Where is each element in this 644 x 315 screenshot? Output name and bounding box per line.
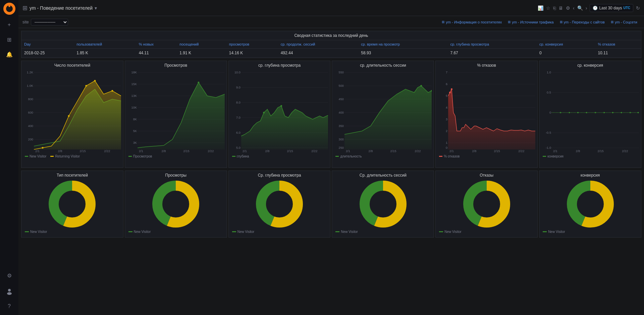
cell-session-dur: 492.44 xyxy=(278,49,359,58)
svg-text:1.0K: 1.0K xyxy=(27,84,33,87)
chart-session-dur-title: ср. длительность сессии xyxy=(334,63,432,68)
chart-visitors-title: Число посетителей xyxy=(23,63,121,68)
topbar-title-area: ⊞ ym - Поведение посетителей ▾ xyxy=(22,4,538,12)
svg-text:2/1: 2/1 xyxy=(449,149,454,153)
sidebar: + ⊞ 🔔 ⚙ ? xyxy=(0,0,18,315)
col-conversion[interactable]: ср. конверсия xyxy=(537,40,595,49)
title-dropdown-arrow[interactable]: ▾ xyxy=(95,5,97,11)
donut-visitor-type-legend: New Visitor xyxy=(23,229,121,234)
legend-prosmotr-color xyxy=(128,156,132,157)
svg-point-21 xyxy=(85,85,87,87)
legend-returning-visitor: Returning Visitor xyxy=(50,154,80,158)
legend-new-visitor-label: New Visitor xyxy=(30,154,46,158)
tab-social[interactable]: ⊞ ym - Соцсети xyxy=(608,19,640,25)
col-views[interactable]: просмотров xyxy=(226,40,278,49)
donut-views: Просмотры New Visitor xyxy=(125,171,227,238)
donut-depth: Ср. глубина просмотра New Visitor xyxy=(228,171,331,238)
col-users[interactable]: пользователей xyxy=(74,40,136,49)
svg-point-123 xyxy=(586,112,587,113)
donut-conversion-new-label: New Visitor xyxy=(548,230,565,234)
chart-conversion-title: ср. конверсия xyxy=(541,63,639,68)
sidebar-add-icon[interactable]: + xyxy=(3,19,15,31)
legend-prosmotr-label: Просмотров xyxy=(133,154,152,158)
svg-text:2: 2 xyxy=(446,129,447,133)
clock-icon: 🕐 xyxy=(593,6,598,10)
col-session-dur[interactable]: ср. продолж. сессий xyxy=(278,40,359,49)
donut-bounce-area xyxy=(438,179,535,229)
site-label: site xyxy=(22,20,29,24)
arrow-left-icon[interactable]: ‹ xyxy=(573,5,575,11)
table-row: 2018-02-25 1.85 K 44.11 1.91 K 14.16 K 4… xyxy=(21,49,641,58)
svg-point-125 xyxy=(603,112,605,113)
sidebar-user-icon[interactable] xyxy=(3,286,15,298)
tab-icon-1: ⊞ xyxy=(442,20,444,24)
col-depth[interactable]: ср. глубина просмотра xyxy=(447,40,537,49)
time-range-label: Last 30 days xyxy=(599,6,622,10)
grafana-logo[interactable] xyxy=(3,3,15,15)
donut-bounce-svg xyxy=(463,181,510,228)
star-icon[interactable]: ☆ xyxy=(546,5,550,11)
cell-pct-new: 44.11 xyxy=(136,49,177,58)
svg-point-126 xyxy=(612,112,613,113)
tab-visitors-info[interactable]: ⊞ ym - Информация о посетителях xyxy=(439,19,504,25)
col-visits[interactable]: посещений xyxy=(177,40,226,49)
col-day[interactable]: Day xyxy=(21,40,74,49)
donut-views-area xyxy=(127,179,225,229)
svg-point-129 xyxy=(638,112,639,113)
chart-depth-title: ср. глубина просмотра xyxy=(231,63,328,68)
site-dropdown[interactable]: ──────── xyxy=(31,19,68,25)
tab-icon-2: ⊞ xyxy=(508,20,511,24)
monitor-icon[interactable]: 🖥 xyxy=(558,5,563,11)
refresh-icon[interactable]: ↻ xyxy=(636,5,640,11)
tab-traffic-sources[interactable]: ⊞ ym - Источники трафика xyxy=(505,19,556,25)
legend-returning-visitor-color xyxy=(50,156,54,157)
bar-chart-icon[interactable]: 📊 xyxy=(538,5,543,11)
svg-point-124 xyxy=(595,112,596,113)
svg-point-104 xyxy=(451,88,452,90)
sidebar-help-icon[interactable]: ? xyxy=(3,300,15,312)
cell-conversion: 0 xyxy=(537,49,595,58)
sidebar-settings-icon[interactable]: ⚙ xyxy=(3,269,15,281)
tab-site-transitions[interactable]: ⊞ ym - Переходы с сайтов xyxy=(557,19,607,25)
arrow-right-icon[interactable]: › xyxy=(586,5,587,11)
chart-visitors-svg: 1.2K 1.0K 800 600 400 200 2/1 xyxy=(23,69,121,153)
search-icon[interactable]: 🔍 xyxy=(577,5,583,11)
svg-text:2/8: 2/8 xyxy=(58,149,62,153)
svg-text:1: 1 xyxy=(446,141,447,144)
svg-point-103 xyxy=(449,92,451,93)
utc-badge: UTC xyxy=(623,6,630,10)
sidebar-bell-icon[interactable]: 🔔 xyxy=(3,48,15,60)
chart-depth-svg: 10.0 9.0 8.0 7.0 6.0 5.0 2/1 2/8 2/15 2/… xyxy=(231,69,328,153)
chart-views: Просмотров 18K 15K 13K 10K xyxy=(125,61,227,168)
svg-text:6.0: 6.0 xyxy=(236,131,240,134)
col-view-time[interactable]: ср. время на просмотр xyxy=(358,40,447,49)
donut-conversion-svg xyxy=(567,181,614,228)
apps-icon[interactable]: ⊞ xyxy=(22,4,28,12)
col-bounce[interactable]: % отказов xyxy=(595,40,641,49)
svg-text:400: 400 xyxy=(339,111,344,114)
svg-text:9.0: 9.0 xyxy=(236,86,240,89)
svg-text:7.0: 7.0 xyxy=(236,116,240,119)
donut-session-area xyxy=(334,179,432,229)
donut-session-new-color xyxy=(335,231,339,232)
svg-point-81 xyxy=(421,85,422,87)
col-pct-new[interactable]: % новых xyxy=(136,40,177,49)
svg-text:10K: 10K xyxy=(131,106,137,109)
gear-icon[interactable]: ⚙ xyxy=(566,5,570,11)
summary-section: Сводная статистика за последний день Day… xyxy=(21,31,641,58)
svg-text:18K: 18K xyxy=(131,71,137,74)
sidebar-dashboards-icon[interactable]: ⊞ xyxy=(3,34,15,46)
legend-bounce-color xyxy=(439,156,442,157)
donut-conversion-title: конверсия xyxy=(541,173,639,178)
svg-text:500: 500 xyxy=(339,84,344,87)
time-range-selector[interactable]: 🕐 Last 30 days UTC xyxy=(590,4,633,12)
svg-text:400: 400 xyxy=(28,124,34,128)
donut-visitor-type-area xyxy=(23,179,121,229)
svg-point-137 xyxy=(59,191,85,217)
site-selector: site ──────── xyxy=(22,19,68,25)
legend-bounce-label: % отказов xyxy=(444,154,460,158)
share-icon[interactable]: ⎗ xyxy=(553,5,556,11)
svg-text:2/22: 2/22 xyxy=(311,149,317,153)
svg-point-157 xyxy=(578,191,603,217)
svg-point-141 xyxy=(163,191,189,217)
